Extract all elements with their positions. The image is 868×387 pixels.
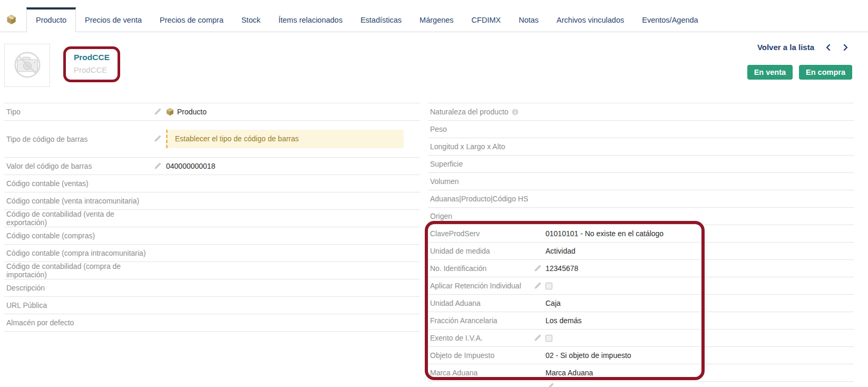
field-label: Descripción xyxy=(4,284,153,292)
field-label: Volumen xyxy=(428,177,533,186)
field-label: Fracción Arancelaria xyxy=(428,316,533,325)
field-row-tipo-de-codigo-de-barras: Tipo de código de barrasEstablecer el ti… xyxy=(4,121,420,158)
product-cube-icon xyxy=(166,108,174,116)
field-label: Superficie xyxy=(428,160,533,168)
back-to-list-link[interactable]: Volver a la lista xyxy=(757,43,814,52)
edit-slot xyxy=(533,334,545,342)
field-row-longitud-x-largo-x-alto: Longitud x Largo x Alto xyxy=(428,138,854,156)
field-row-codigo-contable-venta-intracomunitaria: Código contable (venta intracomunitaria) xyxy=(4,192,420,210)
checkbox[interactable] xyxy=(545,335,552,342)
edit-pencil-icon[interactable] xyxy=(153,135,161,143)
field-label: Unidad Aduana xyxy=(428,299,533,307)
edit-slot xyxy=(533,282,545,290)
field-row-valor-del-codigo-de-barras: Valor del código de barras040000000018 xyxy=(4,158,420,175)
field-label: Origen xyxy=(428,212,533,220)
left-fields-table: TipoProductoTipo de código de barrasEsta… xyxy=(4,103,420,332)
field-value: 040000000018 xyxy=(166,162,215,170)
checkbox[interactable] xyxy=(545,283,552,289)
edit-pencil-icon[interactable] xyxy=(533,334,541,342)
edit-pencil-icon[interactable] xyxy=(153,108,161,116)
field-label: Tipo de código de barras xyxy=(4,135,153,143)
field-row-claveprodserv: ClaveProdServ01010101 - No existe en el … xyxy=(428,225,854,243)
field-row-origen: Origen xyxy=(428,208,854,225)
tab-stock[interactable]: Stock xyxy=(232,7,269,32)
edit-slot xyxy=(153,135,166,143)
product-photo-placeholder xyxy=(4,44,50,87)
field-label: Exento de I.V.A. xyxy=(428,334,533,342)
field-row-objeto-de-impuesto: Objeto de Impuesto02 - Si objeto de impu… xyxy=(428,347,854,364)
edit-slot xyxy=(153,162,166,170)
list-navigation: Volver a la lista xyxy=(757,43,849,52)
right-fields-table: Naturaleza del productoPesoLongitud x La… xyxy=(428,103,854,382)
field-label: Código contable (ventas) xyxy=(4,179,153,188)
field-label: Código de contabilidad (compra de import… xyxy=(4,262,153,279)
status-badge-on-buy: En compra xyxy=(799,65,852,80)
field-label: Naturaleza del producto xyxy=(428,108,533,116)
field-row-naturaleza-del-producto: Naturaleza del producto xyxy=(428,103,854,121)
field-label: Longitud x Largo x Alto xyxy=(428,142,533,151)
field-value: Actividad xyxy=(545,247,576,255)
edit-slot xyxy=(153,108,166,116)
field-label: Código contable (compra intracomunitaria… xyxy=(4,249,153,257)
field-row-unidad-aduana: Unidad AduanaCaja xyxy=(428,295,854,312)
field-row-descripcion: Descripción xyxy=(4,279,420,297)
edit-slot xyxy=(533,265,545,273)
field-value: Los demás xyxy=(545,316,581,325)
tab-estadisticas[interactable]: Estadísticas xyxy=(352,7,411,32)
product-card-page: ProductoPrecios de ventaPrecios de compr… xyxy=(0,0,868,387)
status-badge-on-sell: En venta xyxy=(747,65,793,80)
field-row-aduanas-producto-codigo-hs: Aduanas|Producto|Código HS xyxy=(428,190,854,208)
field-value: 02 - Si objeto de impuesto xyxy=(545,351,631,360)
field-row-volumen: Volumen xyxy=(428,173,854,190)
field-row-fraccion-arancelaria: Fracción ArancelariaLos demás xyxy=(428,312,854,330)
tab-notas[interactable]: Notas xyxy=(510,7,548,32)
edit-pencil-icon[interactable] xyxy=(153,162,161,170)
field-row-url-publica: URL Pública xyxy=(4,297,420,314)
field-row-superficie: Superficie xyxy=(428,156,854,173)
field-value: Caja xyxy=(545,299,561,307)
info-icon xyxy=(512,109,519,115)
field-label: Marca Aduana xyxy=(428,369,533,377)
field-label: No. Identificación xyxy=(428,264,533,273)
field-row-exento-de-i-v-a: Exento de I.V.A. xyxy=(428,330,854,347)
field-label: Tipo xyxy=(4,108,153,116)
field-label: Código contable (compras) xyxy=(4,231,153,240)
tab-bar-tabs: ProductoPrecios de ventaPrecios de compr… xyxy=(26,0,707,32)
field-label: Aduanas|Producto|Código HS xyxy=(428,195,533,203)
field-value-text: Producto xyxy=(177,108,207,116)
tab-eventos-agenda[interactable]: Eventos/Agenda xyxy=(633,7,707,32)
tab-precios-de-venta[interactable]: Precios de venta xyxy=(76,7,151,32)
product-cube-icon xyxy=(6,7,26,32)
edit-pencil-icon[interactable] xyxy=(533,265,541,273)
field-row-almacen-por-defecto: Almacén por defecto xyxy=(4,314,420,332)
field-label: ClaveProdServ xyxy=(428,229,533,238)
tab-cfdimx[interactable]: CFDIMX xyxy=(463,7,510,32)
field-value xyxy=(545,283,552,289)
field-label: Objeto de Impuesto xyxy=(428,351,533,360)
edit-pencil-icon[interactable] xyxy=(533,282,541,290)
field-row-no-identificacion: No. Identificación12345678 xyxy=(428,260,854,277)
tab-items-relacionados[interactable]: Ítems relacionados xyxy=(269,7,352,32)
tab-bar: ProductoPrecios de ventaPrecios de compr… xyxy=(0,0,868,32)
field-label: Unidad de medida xyxy=(428,247,533,255)
annotation-ref-box: ProdCCE ProdCCE xyxy=(63,46,120,82)
field-label: URL Pública xyxy=(4,301,153,309)
field-value: 12345678 xyxy=(545,264,578,273)
field-value: Establecer el tipo de código de barras xyxy=(166,130,404,148)
field-row-peso: Peso xyxy=(428,121,854,138)
field-value xyxy=(545,335,552,342)
field-row-marca-aduana: Marca AduanaMarca Aduana xyxy=(428,364,854,382)
field-row-codigo-de-contabilidad-compra-de-importacion: Código de contabilidad (compra de import… xyxy=(4,262,420,279)
tab-producto[interactable]: Producto xyxy=(26,7,76,32)
product-ref[interactable]: ProdCCE xyxy=(74,53,110,62)
field-value: Marca Aduana xyxy=(545,369,593,377)
tab-archivos-vinculados[interactable]: Archivos vinculados xyxy=(548,7,633,32)
field-label: Código contable (venta intracomunitaria) xyxy=(4,197,153,205)
field-value: 01010101 - No existe en el catálogo xyxy=(545,229,664,238)
field-label: Peso xyxy=(428,125,533,133)
field-row-codigo-contable-ventas: Código contable (ventas) xyxy=(4,175,420,192)
chevron-right-icon[interactable] xyxy=(842,44,849,51)
tab-margenes[interactable]: Márgenes xyxy=(411,7,462,32)
tab-precios-de-compra[interactable]: Precios de compra xyxy=(151,7,232,32)
chevron-left-icon[interactable] xyxy=(825,44,832,51)
